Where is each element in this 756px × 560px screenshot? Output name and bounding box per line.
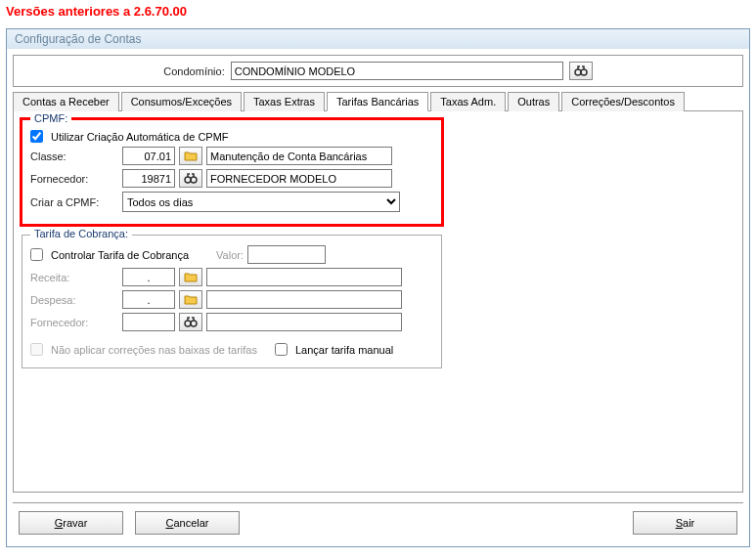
controlar-tarifa-label: Controlar Tarifa de Cobrança (51, 249, 189, 261)
tab-correcoes[interactable]: Correções/Descontos (561, 92, 685, 111)
binoculars-icon (574, 65, 588, 77)
tarifa-group: Tarifa de Cobrança: Controlar Tarifa de … (22, 235, 442, 368)
folder-icon (184, 294, 198, 305)
despesa-code-input[interactable] (122, 290, 175, 309)
tab-outras[interactable]: Outras (508, 92, 559, 111)
classe-code-input[interactable] (122, 147, 175, 165)
svg-point-5 (191, 321, 197, 326)
folder-icon (184, 272, 198, 282)
receita-browse-button[interactable] (179, 268, 202, 286)
svg-point-4 (185, 321, 191, 326)
nao-aplicar-checkbox (30, 343, 43, 356)
tab-contas-receber[interactable]: Contas a Receber (13, 92, 119, 111)
condominio-row: Condomínio: (13, 55, 743, 87)
condominio-label: Condomínio: (163, 65, 224, 77)
tab-strip: Contas a Receber Consumos/Exceções Taxas… (13, 91, 743, 111)
window-title: Configuração de Contas (7, 29, 749, 49)
tarifa-legend: Tarifa de Cobrança: (30, 228, 132, 239)
condominio-search-button[interactable] (569, 62, 593, 80)
tab-consumos[interactable]: Consumos/Exceções (121, 92, 242, 111)
despesa-label: Despesa: (30, 294, 118, 306)
fornecedor-code-input[interactable] (122, 169, 175, 188)
receita-desc-input[interactable] (206, 268, 402, 286)
fornecedor-desc-input[interactable] (206, 169, 392, 188)
config-window: Configuração de Contas Condomínio: Conta… (6, 28, 750, 547)
svg-point-1 (581, 69, 587, 75)
tab-tarifas-bancarias[interactable]: Tarifas Bancárias (327, 92, 428, 111)
classe-label: Classe: (30, 151, 118, 162)
valor-input[interactable] (247, 245, 326, 264)
despesa-desc-input[interactable] (206, 290, 402, 309)
binoculars-icon (184, 317, 198, 328)
button-bar: Gravar Cancelar Sair (13, 502, 743, 540)
receita-label: Receita: (30, 272, 118, 283)
version-header: Versões anteriores a 2.6.70.00 (0, 0, 756, 22)
gravar-button[interactable]: Gravar (19, 511, 123, 535)
lancar-manual-checkbox[interactable] (275, 343, 288, 356)
nao-aplicar-label: Não aplicar correções nas baixas de tari… (51, 344, 257, 356)
fornecedor-search-button[interactable] (179, 169, 202, 188)
cpmf-auto-label: Utilizar Criação Automática de CPMF (51, 131, 229, 143)
lancar-manual-label: Lançar tarifa manual (295, 344, 393, 356)
tarifa-fornecedor-search-button[interactable] (179, 313, 202, 331)
classe-desc-input[interactable] (206, 147, 392, 165)
binoculars-icon (184, 173, 198, 185)
cpmf-auto-checkbox[interactable] (30, 130, 43, 143)
criar-cpmf-select[interactable]: Todos os dias (122, 192, 400, 212)
folder-icon (184, 151, 198, 161)
criar-label: Criar a CPMF: (30, 196, 118, 208)
tab-taxas-extras[interactable]: Taxas Extras (244, 92, 325, 111)
cancelar-button[interactable]: Cancelar (135, 511, 240, 535)
svg-point-3 (191, 177, 197, 183)
svg-point-2 (185, 177, 191, 183)
valor-label: Valor: (216, 249, 244, 261)
receita-code-input[interactable] (122, 268, 175, 286)
cpmf-group: CPMF: Utilizar Criação Automática de CPM… (22, 119, 442, 225)
svg-point-0 (575, 69, 581, 75)
controlar-tarifa-checkbox[interactable] (30, 248, 43, 261)
tab-taxas-adm[interactable]: Taxas Adm. (430, 92, 506, 111)
tarifa-fornecedor-code-input[interactable] (122, 313, 175, 331)
cpmf-legend: CPMF: (30, 112, 71, 124)
tarifa-fornecedor-desc-input[interactable] (206, 313, 402, 331)
tab-panel: CPMF: Utilizar Criação Automática de CPM… (13, 111, 743, 493)
tarifa-fornecedor-label: Fornecedor: (30, 317, 118, 328)
condominio-input[interactable] (231, 62, 563, 80)
sair-button[interactable]: Sair (633, 511, 737, 535)
fornecedor-label: Fornecedor: (30, 173, 118, 185)
classe-browse-button[interactable] (179, 147, 202, 165)
despesa-browse-button[interactable] (179, 290, 202, 309)
